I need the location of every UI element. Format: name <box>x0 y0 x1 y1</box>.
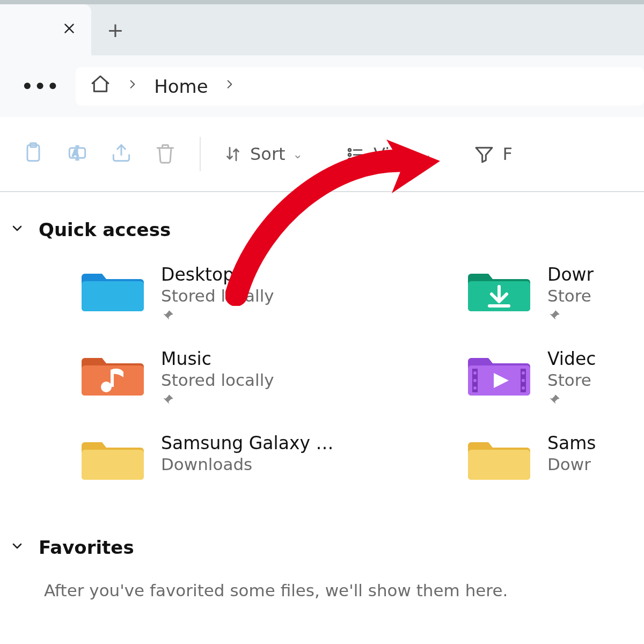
favorites-empty-text: After you've favorited some files, we'll… <box>44 581 644 600</box>
filter-icon <box>473 143 495 165</box>
folder-item-samsung[interactable]: Sams Dowr <box>467 431 644 483</box>
svg-rect-30 <box>82 450 144 480</box>
window-top-strip <box>0 0 644 4</box>
chevron-down-icon <box>11 539 24 555</box>
more-menu-icon[interactable]: ••• <box>21 76 60 97</box>
item-title: Desktop <box>161 264 274 285</box>
folder-item-desktop[interactable]: Desktop Stored locally <box>80 263 467 325</box>
quick-access-grid: Desktop Stored locally Dowr Store Music <box>80 263 644 483</box>
svg-point-25 <box>473 379 477 382</box>
sort-label: Sort <box>250 144 286 164</box>
sort-icon <box>223 144 243 164</box>
home-icon[interactable] <box>90 74 111 99</box>
folder-icon <box>80 431 145 483</box>
favorites-header[interactable]: Favorites <box>11 537 644 558</box>
rename-icon[interactable]: A <box>65 141 89 167</box>
svg-point-8 <box>348 149 351 151</box>
item-title: Music <box>161 348 274 369</box>
svg-point-29 <box>522 386 525 390</box>
svg-point-12 <box>348 158 351 161</box>
folder-icon <box>467 431 531 483</box>
sort-button[interactable]: Sort ⌄ <box>223 144 303 164</box>
toolbar: A Sort ⌄ View ⌄ F <box>0 117 644 192</box>
svg-text:A: A <box>72 148 79 158</box>
chevron-down-icon <box>11 222 24 238</box>
pin-icon <box>161 309 274 325</box>
item-subtitle: Store <box>547 286 594 305</box>
desktop-folder-icon <box>80 263 145 314</box>
item-subtitle: Stored locally <box>161 286 274 305</box>
item-title: Dowr <box>547 264 594 285</box>
pin-icon <box>161 393 274 409</box>
quick-access-title: Quick access <box>39 219 171 240</box>
paste-icon[interactable] <box>21 141 45 167</box>
svg-point-10 <box>348 153 351 156</box>
view-button[interactable]: View ⌄ <box>345 144 431 164</box>
pin-icon <box>547 309 594 325</box>
filter-label: F <box>502 144 512 164</box>
svg-point-26 <box>473 386 477 390</box>
item-subtitle: Store <box>547 370 596 390</box>
chevron-down-icon: ⌄ <box>293 148 303 161</box>
chevron-right-icon[interactable] <box>127 76 138 96</box>
active-tab[interactable] <box>0 4 91 55</box>
chevron-down-icon: ⌄ <box>422 148 431 161</box>
item-subtitle: Dowr <box>547 455 596 474</box>
folder-item-downloads[interactable]: Dowr Store <box>467 263 644 325</box>
breadcrumb-home-label[interactable]: Home <box>154 76 208 97</box>
svg-point-28 <box>522 379 525 382</box>
svg-point-24 <box>473 371 477 375</box>
view-label: View <box>374 144 414 164</box>
item-title: Samsung Galaxy S8... <box>161 433 343 453</box>
chevron-right-icon[interactable] <box>224 76 235 96</box>
content-area: Quick access Desktop Stored locally Dowr… <box>0 192 644 600</box>
pin-icon <box>547 393 596 409</box>
breadcrumb[interactable]: Home <box>76 67 644 106</box>
share-icon[interactable] <box>109 141 133 167</box>
svg-point-27 <box>522 371 525 375</box>
item-subtitle: Downloads <box>161 455 343 474</box>
folder-item-samsung-galaxy[interactable]: Samsung Galaxy S8... Downloads <box>80 431 467 483</box>
delete-icon[interactable] <box>153 141 177 167</box>
svg-point-19 <box>101 382 112 392</box>
close-tab-icon[interactable] <box>62 21 76 38</box>
item-subtitle: Stored locally <box>161 370 274 390</box>
tab-strip: + <box>0 4 644 55</box>
folder-item-music[interactable]: Music Stored locally <box>80 347 467 409</box>
address-bar-row: ••• Home <box>0 55 644 117</box>
quick-access-header[interactable]: Quick access <box>11 219 644 240</box>
svg-rect-14 <box>82 281 144 311</box>
downloads-folder-icon <box>467 263 531 314</box>
folder-item-videos[interactable]: Videc Store <box>467 347 644 409</box>
item-title: Videc <box>547 348 596 369</box>
music-folder-icon <box>80 347 145 399</box>
favorites-title: Favorites <box>39 537 134 558</box>
new-tab-button[interactable]: + <box>91 4 140 55</box>
plus-icon: + <box>107 20 124 40</box>
toolbar-separator <box>200 137 201 171</box>
svg-rect-31 <box>468 450 530 480</box>
view-icon <box>345 144 366 164</box>
item-title: Sams <box>547 433 596 453</box>
videos-folder-icon <box>467 347 531 399</box>
filter-button[interactable]: F <box>473 143 512 165</box>
